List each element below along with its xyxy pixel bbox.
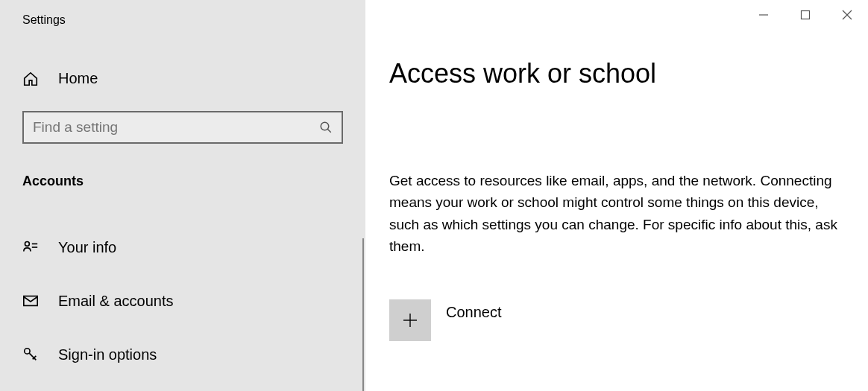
section-heading-accounts: Accounts xyxy=(0,174,365,189)
svg-rect-8 xyxy=(802,11,810,19)
mail-icon xyxy=(22,293,39,309)
nav-home-label: Home xyxy=(58,70,98,87)
connect-label: Connect xyxy=(446,304,502,321)
sidebar-item-your-info[interactable]: Your info xyxy=(0,228,365,267)
sidebar-item-label: Your info xyxy=(58,239,116,256)
person-lines-icon xyxy=(22,239,39,255)
main-panel: Access work or school Get access to reso… xyxy=(365,0,868,391)
close-button[interactable] xyxy=(826,0,868,30)
sidebar: Settings Home Accounts xyxy=(0,0,365,391)
search-container xyxy=(0,111,365,144)
page-description: Get access to resources like email, apps… xyxy=(389,170,841,258)
svg-point-2 xyxy=(25,241,29,246)
plus-icon xyxy=(389,299,431,341)
window-title: Settings xyxy=(0,13,365,27)
sidebar-item-label: Email & accounts xyxy=(58,293,174,310)
search-input[interactable] xyxy=(22,111,343,144)
sidebar-item-email-accounts[interactable]: Email & accounts xyxy=(0,282,365,320)
page-title: Access work or school xyxy=(389,58,868,89)
scrollbar[interactable] xyxy=(362,238,364,391)
titlebar xyxy=(743,0,868,30)
key-icon xyxy=(22,346,39,363)
sidebar-item-label: Sign-in options xyxy=(58,346,157,363)
nav-home[interactable]: Home xyxy=(0,70,365,87)
maximize-button[interactable] xyxy=(784,0,826,30)
minimize-button[interactable] xyxy=(743,0,784,30)
sidebar-item-signin-options[interactable]: Sign-in options xyxy=(0,335,365,374)
connect-button[interactable]: Connect xyxy=(389,299,868,341)
svg-point-6 xyxy=(25,349,30,354)
home-icon xyxy=(22,71,39,87)
